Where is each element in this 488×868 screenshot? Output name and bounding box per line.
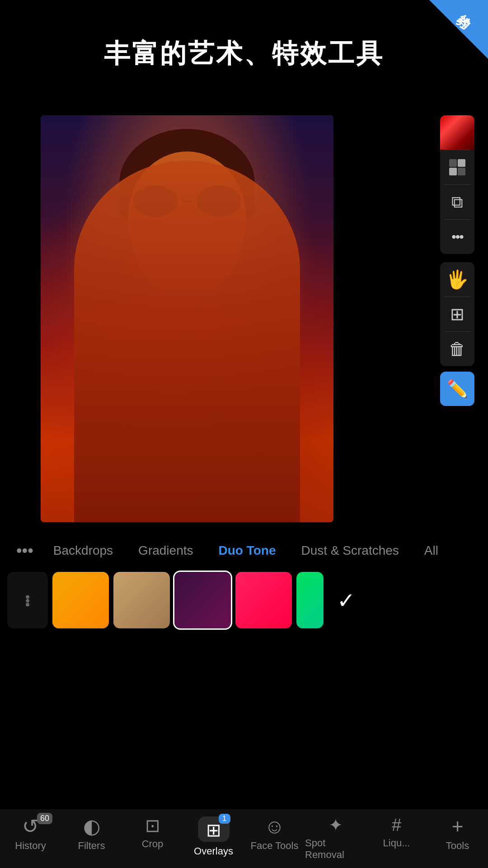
overlays-icon: ⊞ [206,820,221,840]
duplicate-icon: ⧉ [451,194,463,210]
hand-btn[interactable]: 🖐 [440,262,474,297]
more-icon: ••• [451,230,463,244]
transform-btn[interactable]: ⊞ [440,297,474,331]
tools-icon: + [452,816,464,836]
hand-icon: 🖐 [446,270,469,288]
tab-duo-tone[interactable]: Duo Tone [206,540,289,561]
crop-label: Crop [142,838,164,850]
spot-removal-label: Spot Removal [305,837,366,861]
tab-gradients[interactable]: Gradients [126,540,206,561]
history-badge: 60 [37,813,52,824]
filters-label: Filters [78,840,105,852]
nav-tools[interactable]: + Tools [427,816,488,852]
tab-all[interactable]: All [412,540,451,561]
check-icon: ✓ [337,588,355,613]
checkerboard-icon [449,159,465,175]
tab-backdrops[interactable]: Backdrops [41,540,126,561]
delete-icon: 🗑 [449,340,466,358]
liquify-icon: # [392,816,401,834]
history-label: History [15,840,46,852]
eyedropper-btn[interactable]: ✏️ [440,372,474,406]
main-image [41,115,333,522]
filters-icon: ◐ [83,816,100,836]
tab-more[interactable]: ••• [9,538,41,564]
swatch-red[interactable] [235,572,292,628]
swatch-menu-icon: ••• [20,594,35,606]
transform-icon: ⊞ [450,306,465,323]
bottom-nav: ↺ 60 History ◐ Filters ⊡ Crop ⊞ 1 Overla… [0,809,488,868]
nav-crop[interactable]: ⊡ Crop [122,816,183,850]
nav-history[interactable]: ↺ 60 History [0,816,61,852]
toolbar-section-top: ⧉ ••• [440,115,474,254]
swatch-orange[interactable] [52,572,109,628]
tools-label: Tools [446,840,469,852]
nav-overlays[interactable]: ⊞ 1 Overlays [183,816,244,857]
swatch-purple[interactable] [174,572,231,628]
history-icon: ↺ [22,815,39,837]
more-btn[interactable]: ••• [440,220,474,254]
eyedropper-icon: ✏️ [447,380,468,397]
nav-spot-removal[interactable]: ✦ Spot Removal [305,816,366,861]
nav-liquify[interactable]: # Liqu... [366,816,427,849]
swatch-menu-btn[interactable]: ••• [7,572,48,628]
swatches-row: ••• ✓ [0,567,488,633]
nav-face-tools[interactable]: ☺ Face Tools [244,816,305,852]
overlays-label: Overlays [194,845,233,857]
corner-badge-text: 约券 [468,4,482,18]
category-tabs: ••• Backdrops Gradients Duo Tone Dust & … [0,536,488,565]
right-toolbar: ⧉ ••• 🖐 ⊞ 🗑 ✏️ [440,115,474,406]
checkerboard-btn[interactable] [440,150,474,184]
face-tools-icon: ☺ [264,816,285,836]
swatch-tan[interactable] [113,572,170,628]
delete-btn[interactable]: 🗑 [440,332,474,366]
face-tools-label: Face Tools [251,840,299,852]
color-swatch-btn[interactable] [440,115,474,150]
swatch-green[interactable] [296,572,324,628]
nav-filters[interactable]: ◐ Filters [61,816,122,852]
liquify-label: Liqu... [383,837,410,849]
spot-removal-icon: ✦ [328,816,343,834]
swatch-confirm-btn[interactable]: ✓ [328,572,364,628]
page-title: 丰富的艺术、特效工具 [0,36,488,71]
duplicate-btn[interactable]: ⧉ [440,185,474,219]
crop-icon: ⊡ [145,816,160,835]
tab-dust-scratches[interactable]: Dust & Scratches [289,540,412,561]
overlays-badge: 1 [219,814,230,824]
toolbar-section-bottom: 🖐 ⊞ 🗑 [440,262,474,366]
